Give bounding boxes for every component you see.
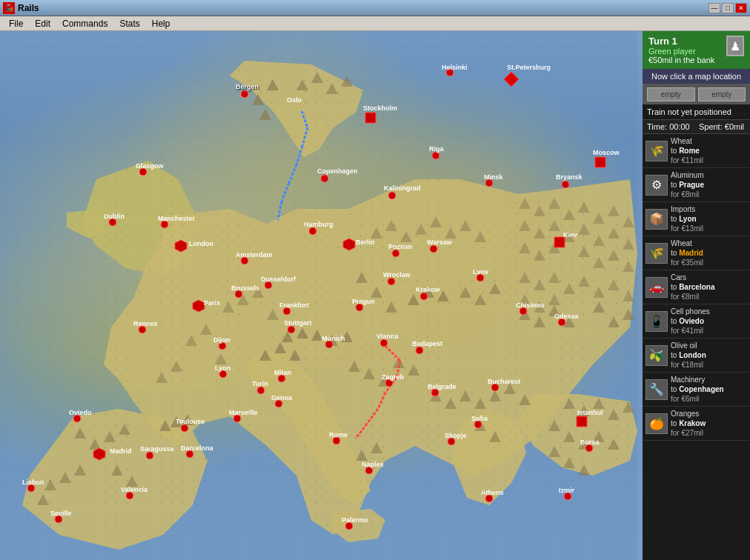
cargo-text: Machineryto Copenhagenfor €6mil: [671, 375, 724, 404]
cargo-icon: ⚙: [646, 175, 668, 196]
app-icon: 🚂: [3, 2, 15, 14]
window-controls: — □ ✕: [708, 3, 747, 13]
map-svg: Bergen Oslo Stockholm Helsinki St.Peters…: [0, 31, 643, 560]
train-player-icon: ♟: [726, 36, 744, 56]
menu-help[interactable]: Help: [146, 17, 176, 30]
click-instruction: Now click a map location: [643, 69, 750, 84]
svg-rect-270: [0, 31, 637, 560]
minimize-button[interactable]: —: [708, 3, 720, 13]
close-button[interactable]: ✕: [735, 3, 747, 13]
map-area[interactable]: Bergen Oslo Stockholm Helsinki St.Peters…: [0, 31, 643, 560]
cargo-text: Orangesto Krakowfor €27mil: [671, 409, 706, 438]
cargo-text: Aluminumto Praguefor €8mil: [671, 170, 704, 199]
cargo-slots: empty empty: [643, 84, 750, 104]
cargo-text: Cell phonesto Oviedofor €41mil: [671, 307, 710, 336]
cargo-icon: 📱: [646, 311, 668, 332]
cargo-list: 🌾Wheatto Romefor €11mil⚙Aluminumto Pragu…: [643, 134, 750, 560]
cargo-item[interactable]: 🌾Wheatto Madridfor €35mil: [643, 236, 750, 270]
cargo-item[interactable]: 🔧Machineryto Copenhagenfor €6mil: [643, 373, 750, 407]
turn-label: Turn 1: [648, 36, 726, 47]
turn-header: Turn 1 Green player €50mil in the bank ♟: [643, 31, 750, 69]
slot-1[interactable]: empty: [647, 87, 695, 101]
cargo-text: Wheatto Romefor €11mil: [671, 136, 703, 165]
spent-text: Spent: €0mil: [699, 122, 744, 131]
titlebar: 🚂 Rails — □ ✕: [0, 0, 750, 16]
menu-file[interactable]: File: [3, 17, 29, 30]
cargo-item[interactable]: 🫒Olive oilto Londonfor €18mil: [643, 339, 750, 373]
cargo-item[interactable]: 📦Importsto Lyonfor €13mil: [643, 202, 750, 236]
cargo-icon: 🌾: [646, 141, 668, 161]
train-status: Train not yet positioned: [643, 104, 750, 120]
menubar: File Edit Commands Stats Help: [0, 16, 750, 31]
player-label: Green player: [648, 47, 726, 56]
cargo-text: Wheatto Madridfor €35mil: [671, 239, 703, 267]
cargo-item[interactable]: 🌾Wheatto Romefor €11mil: [643, 134, 750, 168]
cargo-item[interactable]: 📱Cell phonesto Oviedofor €41mil: [643, 304, 750, 339]
right-panel: Turn 1 Green player €50mil in the bank ♟…: [643, 31, 750, 560]
cargo-icon: 🌾: [646, 243, 668, 264]
cargo-text: Carsto Barcelonafor €8mil: [671, 273, 714, 301]
cargo-text: Importsto Lyonfor €13mil: [671, 204, 703, 233]
cargo-icon: 🍊: [646, 413, 668, 434]
cargo-item[interactable]: ⚙Aluminumto Praguefor €8mil: [643, 168, 750, 202]
main-area: Bergen Oslo Stockholm Helsinki St.Peters…: [0, 31, 750, 560]
turn-info: Turn 1 Green player €50mil in the bank: [648, 36, 726, 64]
menu-commands[interactable]: Commands: [56, 17, 113, 30]
maximize-button[interactable]: □: [722, 3, 734, 13]
app-title: Rails: [18, 3, 708, 13]
bank-label: €50mil in the bank: [648, 56, 726, 64]
timer-bar: Time: 00:00 Spent: €0mil: [643, 120, 750, 134]
slot-2[interactable]: empty: [698, 87, 746, 101]
cargo-text: Olive oilto Londonfor €18mil: [671, 341, 706, 370]
timer-text: Time: 00:00: [647, 122, 690, 131]
cargo-item[interactable]: 🚗Carsto Barcelonafor €8mil: [643, 270, 750, 304]
cargo-icon: 🫒: [646, 345, 668, 366]
menu-edit[interactable]: Edit: [29, 17, 56, 30]
cargo-item[interactable]: 🍊Orangesto Krakowfor €27mil: [643, 407, 750, 441]
cargo-icon: 🔧: [646, 379, 668, 400]
menu-stats[interactable]: Stats: [113, 17, 145, 30]
cargo-icon: 🚗: [646, 277, 668, 298]
cargo-icon: 📦: [646, 209, 668, 230]
